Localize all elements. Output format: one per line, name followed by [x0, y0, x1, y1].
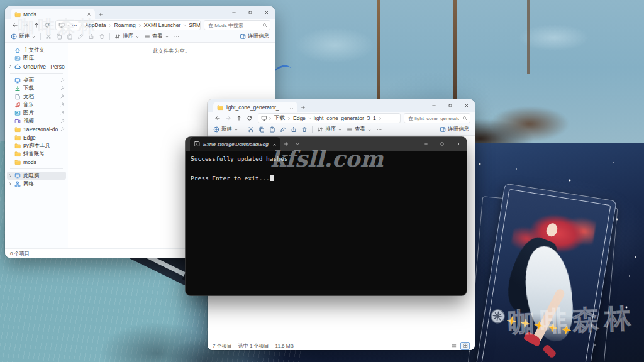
chevron-right-icon[interactable] [8, 64, 13, 69]
close-button[interactable] [458, 99, 475, 111]
wallpaper-pole [527, 0, 530, 74]
breadcrumb-item[interactable]: ··· [70, 22, 79, 28]
new-button[interactable]: 新建 [213, 126, 238, 133]
folder-icon [217, 104, 223, 111]
tab-close-icon[interactable] [87, 12, 91, 16]
breadcrumb-item[interactable]: light_cone_generator_3_1 [313, 115, 377, 121]
chevron-right-icon[interactable] [8, 173, 13, 178]
new-tab-button[interactable] [280, 137, 292, 151]
sort-button[interactable]: 排序 [317, 126, 342, 133]
home-icon [14, 47, 21, 53]
paste-button[interactable] [269, 126, 275, 133]
details-button[interactable]: 详细信息 [440, 126, 469, 133]
sidebar-item-mods[interactable]: mods [7, 158, 66, 166]
share-button[interactable] [291, 126, 297, 133]
terminal-output[interactable]: Successfully updated hashes Press Enter … [186, 151, 467, 295]
address-bar[interactable]: ···AppDataRoamingXXMI LauncherSRMIMods [55, 20, 201, 30]
new-button[interactable]: 新建 [11, 33, 36, 40]
sidebar-item-music[interactable]: 音乐 [7, 101, 66, 109]
sidebar-item-home[interactable]: 主文件夹 [7, 46, 66, 54]
rename-button[interactable] [280, 126, 286, 133]
up-icon [33, 22, 40, 28]
maximize-button[interactable] [442, 99, 458, 111]
sidebar-item-douyin[interactable]: 抖音账号 [7, 150, 66, 158]
tab-mods[interactable]: Mods [11, 9, 95, 19]
tab-close-icon[interactable] [289, 105, 294, 109]
search-input[interactable] [207, 22, 260, 29]
tab-light-cone-generator[interactable]: light_cone_generator_3_1 [213, 102, 297, 112]
tab-close-icon[interactable] [272, 142, 277, 146]
sort-button[interactable]: 排序 [114, 33, 140, 40]
forward-button[interactable] [223, 114, 233, 123]
view-button[interactable]: 查看 [347, 126, 372, 133]
details-button[interactable]: 详细信息 [240, 33, 269, 40]
sidebar-item-gallery[interactable]: 图库 [7, 54, 66, 62]
back-button[interactable] [212, 114, 223, 123]
list-view-icon [452, 343, 457, 348]
minimize-button[interactable] [226, 6, 242, 18]
breadcrumb-item[interactable]: 下载 [273, 114, 286, 122]
breadcrumb-item[interactable]: Roaming [113, 22, 137, 28]
sidebar-item-1aPersonal-do[interactable]: 1aPersonal-do [7, 125, 66, 133]
search-box[interactable] [204, 20, 270, 30]
sidebar-item-label: 抖音账号 [23, 150, 65, 158]
sidebar-item-desktop[interactable]: 桌面 [7, 76, 66, 84]
back-button[interactable] [9, 21, 20, 30]
sidebar-item-label: 文档 [23, 93, 58, 101]
view-button[interactable]: 查看 [144, 33, 169, 40]
status-bar: 7 个项目 选中 1 个项目 11.6 MB [208, 341, 475, 350]
icons-view-toggle[interactable] [460, 342, 470, 350]
back-icon [12, 22, 18, 28]
new-tab-button[interactable] [297, 102, 309, 112]
sidebar-item-documents[interactable]: 文档 [7, 92, 66, 101]
close-button[interactable] [450, 137, 467, 151]
list-view-toggle[interactable] [450, 343, 458, 349]
sidebar-item-label: 音乐 [23, 101, 58, 109]
terminal-title-bar: E:\file-storage\Download\Edg [186, 137, 467, 151]
copy-button[interactable] [56, 33, 62, 40]
address-bar[interactable]: 下载Edgelight_cone_generator_3_1 [258, 113, 401, 123]
cut-button[interactable] [45, 33, 52, 40]
sidebar-item-edge[interactable]: Edge [7, 133, 66, 141]
breadcrumb-item[interactable]: Edge [292, 115, 307, 121]
search-input[interactable] [407, 115, 460, 122]
share-button[interactable] [88, 33, 94, 40]
more-button[interactable] [174, 33, 180, 40]
minimize-button[interactable] [426, 99, 442, 111]
terminal-tab[interactable]: E:\file-storage\Download\Edg [190, 137, 280, 151]
close-button[interactable] [258, 6, 275, 18]
chevron-right-icon[interactable] [8, 182, 13, 186]
tab-dropdown-button[interactable] [292, 137, 303, 151]
minimize-button[interactable] [418, 137, 434, 151]
tab-bar: Mods [5, 6, 275, 19]
breadcrumb-item[interactable]: SRMI [187, 22, 201, 28]
refresh-button[interactable] [42, 21, 52, 30]
cut-button[interactable] [248, 126, 254, 133]
sidebar-item-videos[interactable]: 视频 [7, 117, 66, 125]
rename-button[interactable] [77, 33, 84, 40]
sidebar-item-this-pc[interactable]: 此电脑 [7, 172, 66, 180]
delete-button[interactable] [301, 126, 308, 133]
refresh-button[interactable] [244, 114, 255, 123]
more-button[interactable] [376, 126, 382, 133]
breadcrumb-item[interactable]: XXMI Launcher [143, 22, 182, 28]
sidebar-item-network[interactable]: 网络 [7, 180, 66, 188]
sidebar-item-downloads[interactable]: 下载 [7, 84, 66, 92]
sidebar-item-pictures[interactable]: 图片 [7, 109, 66, 117]
refresh-icon [247, 115, 253, 121]
star-icon [560, 324, 572, 336]
paste-button[interactable] [67, 33, 73, 40]
new-tab-button[interactable] [95, 9, 106, 19]
up-button[interactable] [31, 21, 42, 30]
copy-button[interactable] [258, 126, 265, 133]
sidebar-item-onedrive[interactable]: OneDrive - Perso [7, 62, 66, 70]
delete-button[interactable] [99, 33, 105, 40]
sidebar-item-py-tools[interactable]: py脚本工具 [7, 141, 66, 150]
folder-icon [14, 134, 21, 141]
maximize-button[interactable] [242, 6, 258, 18]
forward-button[interactable] [20, 21, 31, 30]
search-box[interactable] [404, 113, 470, 123]
up-button[interactable] [233, 114, 244, 123]
breadcrumb-item[interactable]: AppData [84, 22, 108, 28]
maximize-button[interactable] [434, 137, 450, 151]
